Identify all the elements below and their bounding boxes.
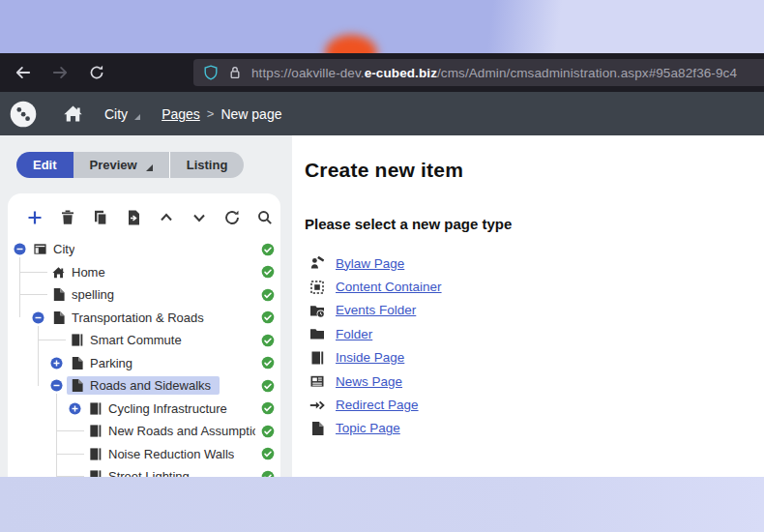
tree-item-noise-reduction-walls[interactable]: Noise Reduction Walls: [8, 443, 280, 466]
url-bar[interactable]: https://oakville-dev.e-cubed.biz/cms/Adm…: [193, 59, 764, 86]
expand-node-button[interactable]: [50, 357, 63, 369]
dashboard-home-button[interactable]: [62, 103, 84, 125]
cms-navbar: City Pages > New page: [0, 92, 764, 135]
page-type-row: News Page: [309, 369, 764, 393]
url-text: https://oakville-dev.e-cubed.biz/cms/Adm…: [251, 66, 737, 80]
published-check-icon: [261, 334, 275, 347]
move-down-button[interactable]: [191, 209, 208, 226]
published-check-icon: [261, 401, 275, 415]
collapse-node-button[interactable]: [14, 243, 26, 255]
inside-page-icon: [88, 424, 103, 438]
breadcrumb-separator: >: [207, 106, 215, 121]
published-check-icon: [261, 310, 275, 324]
main-content: Create new item Please select a new page…: [292, 135, 764, 477]
page-icon: [70, 378, 84, 393]
move-page-button[interactable]: [125, 209, 142, 226]
view-mode-tabs: EditPreviewListing: [16, 152, 292, 178]
page-type-list: Bylaw PageContent ContainerEvents Folder…: [309, 251, 764, 440]
new-page-button[interactable]: [26, 209, 44, 226]
breadcrumb-pages-link[interactable]: Pages: [162, 106, 200, 122]
inside-page-icon: [88, 469, 103, 477]
site-selector[interactable]: City: [104, 106, 128, 122]
page-type-link-bylaw-page[interactable]: Bylaw Page: [336, 256, 404, 271]
tree-connector-stub: [57, 430, 84, 431]
tab-label: Listing: [187, 158, 228, 172]
site-icon: [33, 242, 47, 256]
reload-button[interactable]: [87, 63, 106, 82]
tab-listing[interactable]: Listing: [169, 152, 245, 178]
refresh-button[interactable]: [223, 209, 241, 226]
page-type-link-events-folder[interactable]: Events Folder: [336, 303, 416, 317]
back-button[interactable]: [14, 63, 33, 82]
tree-item-label: Smart Commute: [90, 333, 182, 347]
page-type-link-topic-page[interactable]: Topic Page: [336, 421, 400, 435]
news-page-icon: [309, 373, 325, 389]
page-title: Create new item: [305, 159, 764, 182]
page-type-row: Content Container: [309, 275, 764, 298]
tree-item-label: Parking: [90, 356, 132, 370]
delete-page-button[interactable]: [59, 209, 76, 226]
page-type-row: Inside Page: [309, 346, 764, 369]
tree-item-content: Noise Reduction Walls: [85, 445, 243, 463]
forward-button[interactable]: [50, 63, 70, 82]
search-icon: [256, 209, 274, 226]
collapse-node-button[interactable]: [50, 379, 63, 392]
tree-item-cycling-infrastructure[interactable]: Cycling Infrastructure: [8, 398, 280, 421]
tree-item-city[interactable]: City: [8, 238, 280, 261]
published-check-icon: [261, 470, 275, 478]
tree-item-label: Transportation & Roads: [72, 310, 204, 325]
tree-item-roads-and-sidewalks[interactable]: Roads and Sidewalks: [8, 374, 280, 398]
tree-item-content: Cycling Infrastructure: [85, 399, 236, 418]
tree-panel: CityHomespellingTransportation & RoadsSm…: [8, 193, 280, 477]
tab-edit[interactable]: Edit: [16, 152, 73, 178]
page-icon: [70, 356, 84, 370]
tree-item-content: Street Lighting: [85, 467, 198, 477]
expand-node-button[interactable]: [69, 402, 81, 415]
app-body: EditPreviewListing CityHomespellingTrans…: [0, 135, 764, 477]
page-type-row: Events Folder: [309, 299, 764, 322]
tree-item-content: New Roads and Assumptio: [85, 422, 264, 440]
site-dropdown-triangle-icon: [134, 114, 140, 120]
tree-item-home[interactable]: Home: [8, 261, 280, 284]
tree-item-label: spelling: [72, 287, 114, 302]
page-type-link-folder[interactable]: Folder: [336, 327, 372, 341]
inside-page-icon: [70, 333, 84, 347]
lock-icon: [227, 65, 243, 80]
tree-connector-stub: [20, 294, 47, 295]
desktop-wallpaper-bottom: [0, 477, 764, 532]
tree-item-content: Transportation & Roads: [48, 309, 213, 327]
tree-item-label: Roads and Sidewalks: [90, 378, 211, 393]
chevron-up-icon: [158, 209, 175, 226]
published-check-icon: [261, 447, 275, 460]
tree-item-smart-commute[interactable]: Smart Commute: [8, 329, 280, 352]
move-up-button[interactable]: [158, 209, 175, 226]
tab-preview[interactable]: Preview: [73, 152, 169, 178]
inside-page-icon: [88, 401, 103, 416]
page-type-row: Bylaw Page: [309, 251, 764, 275]
tree-item-spelling[interactable]: spelling: [8, 283, 280, 307]
search-button[interactable]: [256, 209, 274, 226]
shield-icon: [203, 65, 219, 80]
tree-item-label: Street Lighting: [108, 469, 190, 477]
tree-item-street-lighting[interactable]: Street Lighting: [8, 465, 280, 477]
published-check-icon: [261, 243, 275, 256]
browser-window: https://oakville-dev.e-cubed.biz/cms/Adm…: [0, 53, 764, 477]
tree-item-parking[interactable]: Parking: [8, 352, 280, 375]
tab-menu-triangle-icon: [146, 164, 153, 171]
copy-page-button[interactable]: [92, 209, 109, 226]
page-type-link-content-container[interactable]: Content Container: [336, 280, 442, 294]
tree-item-content: Smart Commute: [67, 331, 191, 349]
applications-menu-button[interactable]: [10, 101, 37, 128]
tree-item-label: Home: [72, 265, 105, 280]
page-icon: [51, 287, 66, 302]
page-type-link-inside-page[interactable]: Inside Page: [336, 350, 404, 365]
tree-item-content: City: [30, 240, 83, 258]
page-type-link-redirect-page[interactable]: Redirect Page: [336, 398, 419, 412]
move-doc-icon: [125, 209, 142, 226]
tree-item-transportation-roads[interactable]: Transportation & Roads: [8, 307, 280, 330]
page-type-link-news-page[interactable]: News Page: [336, 374, 402, 389]
tree-item-label: New Roads and Assumptio: [108, 424, 255, 438]
tree-connector-stub: [20, 272, 47, 273]
tree-item-new-roads-and-assumptio[interactable]: New Roads and Assumptio: [8, 420, 280, 443]
collapse-node-button[interactable]: [32, 311, 44, 324]
